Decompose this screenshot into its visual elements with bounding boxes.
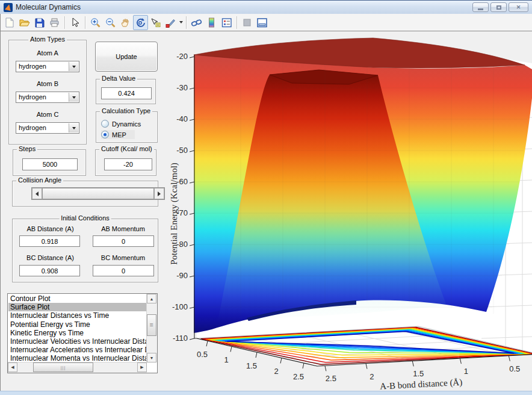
link-plots-icon[interactable] [189, 15, 204, 30]
bc-momentum-field[interactable]: 0 [93, 265, 154, 276]
cutoff-title: Cutoff (Kcal/ mol) [99, 145, 154, 152]
delta-value-field[interactable]: 0.424 [101, 87, 152, 99]
collision-angle-title: Collision Angle [16, 176, 63, 184]
scroll-up-icon[interactable]: ▲ [147, 294, 156, 303]
radio-selected-icon[interactable] [101, 131, 109, 138]
atom-a-dropdown[interactable]: hydrogen [16, 61, 79, 72]
steps-title: Steps [17, 145, 37, 152]
bc-distance-label: BC Distance (A) [19, 254, 82, 261]
list-item[interactable]: Internuclear Momenta vs Internuclear Dis… [8, 354, 147, 362]
plot-axes[interactable]: -20-30-40-50-60-70-80-90-100-1100.511.52… [169, 33, 532, 395]
dynamics-radio[interactable]: Dynamics [101, 119, 141, 128]
atom-b-dropdown[interactable]: hydrogen [16, 92, 79, 103]
bc-momentum-label: BC Momentum [91, 254, 155, 261]
toolbar-separator [237, 16, 237, 29]
atom-c-value: hydrogen [19, 124, 46, 131]
svg-text:2: 2 [274, 367, 278, 376]
list-item[interactable]: Internuclear Distances vs Time [8, 311, 147, 320]
collision-angle-slider[interactable] [31, 187, 165, 200]
vertical-scroll-thumb[interactable]: ☰ [147, 314, 156, 336]
list-item[interactable]: Surface Plot [8, 303, 147, 311]
horizontal-scrollbar[interactable]: ◀ ||| ▶ [8, 362, 147, 373]
ab-distance-label: AB Distance (A) [19, 225, 82, 232]
close-button[interactable]: ✕ [509, 2, 528, 12]
atom-types-title: Atom Types [28, 36, 67, 43]
list-item[interactable]: Internuclear Velocities vs Internuclear … [8, 337, 147, 346]
molecular-dynamics-window: { "window": { "title": "Molecular Dynami… [0, 0, 532, 395]
cutoff-field[interactable]: -20 [104, 158, 152, 170]
atom-b-value: hydrogen [19, 93, 46, 101]
open-folder-icon[interactable] [17, 15, 32, 30]
atom-a-label: Atom A [8, 49, 87, 57]
insert-legend-icon[interactable] [219, 15, 234, 30]
atom-c-dropdown[interactable]: hydrogen [16, 122, 79, 134]
save-icon[interactable] [32, 15, 47, 30]
scroll-down-icon[interactable]: ▼ [147, 353, 156, 362]
toolbar-separator [64, 16, 65, 29]
bc-distance-field[interactable]: 0.908 [19, 265, 80, 276]
svg-text:-20: -20 [176, 52, 188, 61]
slider-right-arrow-icon[interactable] [154, 188, 164, 199]
insert-colorbar-icon[interactable] [204, 15, 219, 30]
list-item[interactable]: Contour Plot [8, 294, 147, 303]
chevron-down-icon[interactable] [69, 123, 78, 132]
cursor-icon[interactable] [67, 15, 82, 30]
plot-tools-hide-icon[interactable] [240, 15, 255, 30]
svg-text:1.5: 1.5 [246, 361, 257, 370]
list-item[interactable]: Kinetic Energy vs Time [8, 329, 147, 337]
minimize-button[interactable] [472, 2, 489, 12]
list-item[interactable]: Internuclear Accelerations vs Internucle… [8, 346, 147, 354]
svg-text:-30: -30 [176, 83, 188, 92]
zoom-out-icon[interactable] [103, 15, 118, 30]
svg-text:0.5: 0.5 [197, 350, 208, 359]
delta-value-panel: Delta Value 0.424 [96, 79, 156, 104]
steps-field[interactable]: 5000 [22, 158, 78, 170]
vertical-scrollbar[interactable]: ▲ ☰ ▼ [146, 294, 157, 362]
atom-c-label: Atom C [8, 111, 87, 118]
update-button[interactable]: Update [95, 42, 158, 72]
horizontal-scroll-thumb[interactable]: ||| [33, 362, 93, 372]
ab-momentum-label: AB Momentum [91, 225, 155, 232]
ab-distance-field[interactable]: 0.918 [19, 235, 80, 247]
print-icon[interactable] [47, 15, 62, 30]
radio-icon[interactable] [101, 120, 109, 128]
minimize-icon [478, 8, 483, 10]
calculation-type-panel: Calculation Type Dynamics MEP [96, 111, 158, 143]
slider-left-arrow-icon[interactable] [32, 188, 42, 199]
dynamics-radio-label: Dynamics [112, 120, 141, 128]
mep-radio-label: MEP [112, 131, 126, 138]
brush-dropdown-caret[interactable] [178, 16, 184, 30]
plot-type-list: Contour PlotSurface PlotInternuclear Dis… [8, 294, 147, 362]
pan-icon[interactable] [118, 15, 133, 30]
svg-text:0.5: 0.5 [509, 364, 520, 373]
plot-tools-show-icon[interactable] [255, 15, 270, 30]
window-bottom-border [0, 391, 532, 395]
ab-momentum-field[interactable]: 0 [93, 235, 154, 247]
figure-toolbar [0, 14, 532, 31]
plot-type-listbox[interactable]: Contour PlotSurface PlotInternuclear Dis… [7, 293, 158, 373]
slider-thumb[interactable] [42, 188, 154, 199]
zoom-in-icon[interactable] [88, 15, 103, 30]
mep-radio[interactable]: MEP [101, 130, 135, 139]
initial-conditions-panel: Initial Conditions AB Distance (A) AB Mo… [12, 219, 158, 282]
restore-button[interactable] [490, 2, 507, 12]
collision-angle-panel: Collision Angle [12, 181, 158, 207]
calculation-type-title: Calculation Type [100, 107, 152, 114]
svg-text:2.5: 2.5 [293, 372, 304, 381]
svg-text:-100: -100 [172, 302, 188, 311]
chevron-down-icon[interactable] [69, 93, 78, 102]
scroll-left-icon[interactable]: ◀ [8, 362, 17, 372]
rotate-3d-icon[interactable] [133, 15, 148, 30]
chevron-down-icon[interactable] [69, 62, 78, 71]
atom-a-value: hydrogen [19, 63, 46, 70]
steps-panel: Steps 5000 [13, 149, 86, 176]
list-item[interactable]: Potential Energy vs Time [8, 320, 147, 329]
svg-text:-40: -40 [176, 114, 188, 123]
z-axis-label: Potential Energy (Kcal/mol) [169, 163, 179, 265]
scroll-right-icon[interactable]: ▶ [137, 362, 147, 372]
data-cursor-icon[interactable] [148, 15, 163, 30]
brush-icon[interactable] [163, 15, 178, 30]
new-file-icon[interactable] [2, 15, 17, 30]
title-bar[interactable]: Molecular Dynamics ✕ [0, 0, 532, 14]
svg-text:-110: -110 [173, 334, 188, 343]
